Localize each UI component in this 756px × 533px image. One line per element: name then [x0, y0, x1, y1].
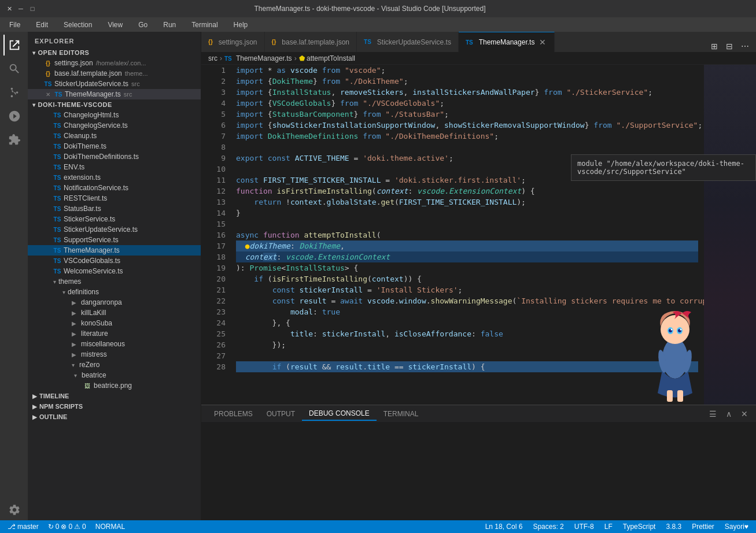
file-cleanup[interactable]: TS Cleanup.ts [28, 131, 201, 141]
title-bar: ✕ ─ □ ThemeManager.ts - doki-theme-vscod… [0, 0, 756, 17]
panel-filter-icon[interactable]: ☰ [707, 408, 719, 420]
status-encoding[interactable]: UTF-8 [573, 523, 596, 531]
open-file-settings-json[interactable]: {} settings.json /home/alex/.con... [28, 58, 201, 68]
extensions-icon[interactable] [3, 129, 24, 150]
tab-close-button[interactable]: ✕ [538, 38, 547, 47]
breadcrumb-file[interactable]: TS ThemeManager.ts [224, 54, 292, 62]
file-status-bar[interactable]: TS StatusBar.ts [28, 203, 201, 214]
ts-icon: TS [53, 195, 61, 202]
search-icon[interactable] [3, 58, 24, 79]
panel-up-icon[interactable]: ∧ [724, 408, 734, 420]
prettier-text: Prettier [692, 523, 714, 531]
file-extension[interactable]: TS extension.ts [28, 172, 201, 183]
menu-edit[interactable]: Edit [32, 20, 51, 30]
outline-section[interactable]: ▶ OUTLINE [28, 412, 201, 422]
window-controls[interactable]: ✕ ─ □ [6, 5, 36, 12]
npm-scripts-section[interactable]: ▶ NPM SCRIPTS [28, 401, 201, 412]
explorer-icon[interactable] [3, 35, 24, 55]
status-language[interactable]: TypeScript [621, 523, 658, 531]
chevron: ▶ [72, 299, 76, 306]
tab-problems[interactable]: PROBLEMS [207, 408, 260, 420]
project-label: DOKI-THEME-VSCODE [38, 101, 112, 108]
literature-folder[interactable]: ▶ literature [28, 328, 201, 339]
maximize-button[interactable]: □ [29, 5, 36, 12]
source-control-icon[interactable] [3, 82, 24, 103]
miscellaneous-folder[interactable]: ▶ miscellaneous [28, 339, 201, 349]
file-notification[interactable]: TS NotificationService.ts [28, 183, 201, 193]
tab-settings-json[interactable]: {} settings.json [201, 32, 265, 52]
breadcrumb-src[interactable]: src [208, 54, 217, 62]
status-mode[interactable]: NORMAL [94, 523, 127, 531]
status-sayori[interactable]: Sayori♥ [723, 523, 750, 531]
status-sync[interactable]: ↻ 0 ⊗ 0 ⚠ 0 [46, 523, 88, 531]
file-rest-client[interactable]: TS RESTClient.ts [28, 193, 201, 203]
file-name: extension.ts [64, 173, 101, 182]
debug-icon[interactable] [3, 106, 24, 127]
breadcrumb-symbol[interactable]: ⬟ attemptToInstall [299, 54, 355, 62]
warning-icon: ⚠ [74, 523, 80, 531]
menu-help[interactable]: Help [230, 20, 252, 30]
file-env[interactable]: TS ENV.ts [28, 162, 201, 172]
minimize-button[interactable]: ─ [17, 5, 24, 12]
file-welcome-service[interactable]: TS WelcomeService.ts [28, 266, 201, 276]
tab-theme-manager[interactable]: TS ThemeManager.ts ✕ [459, 32, 555, 52]
menu-file[interactable]: File [6, 20, 24, 30]
split-editor-icon[interactable]: ⊞ [709, 40, 720, 52]
file-doki-theme-def[interactable]: TS DokiThemeDefinitions.ts [28, 151, 201, 162]
open-file-base-laf[interactable]: {} base.laf.template.json theme... [28, 68, 201, 79]
mode-text: NORMAL [95, 523, 125, 531]
file-changelog-html[interactable]: TS ChangelogHtml.ts [28, 110, 201, 120]
reZero-folder[interactable]: ▾ reZero [28, 360, 201, 370]
menu-view[interactable]: View [104, 20, 126, 30]
open-editors-section[interactable]: ▾ OPEN EDITORS [28, 47, 201, 58]
open-file-theme-manager[interactable]: ✕ TS ThemeManager.ts src [28, 89, 201, 99]
window-title: ThemeManager.ts - doki-theme-vscode - Vi… [255, 5, 486, 13]
open-file-sticker-update[interactable]: TS StickerUpdateService.ts src [28, 79, 201, 89]
tab-base-laf[interactable]: {} base.laf.template.json [265, 32, 357, 52]
open-editors-label: OPEN EDITORS [38, 49, 90, 56]
status-line-ending[interactable]: LF [603, 523, 614, 531]
menu-selection[interactable]: Selection [60, 20, 95, 30]
settings-icon[interactable] [3, 499, 24, 520]
file-doki-theme[interactable]: TS DokiTheme.ts [28, 141, 201, 151]
status-branch[interactable]: ⎇ master [6, 523, 40, 531]
file-theme-manager[interactable]: TS ThemeManager.ts [28, 245, 201, 256]
status-prettier[interactable]: Prettier [690, 523, 716, 531]
killlaKill-folder[interactable]: ▶ killLaKill [28, 308, 201, 318]
file-support-service[interactable]: TS SupportService.ts [28, 235, 201, 245]
tab-debug-console[interactable]: DEBUG CONSOLE [302, 407, 377, 421]
mistress-folder[interactable]: ▶ mistress [28, 349, 201, 360]
beatrice-png[interactable]: 🖼 beatrice.png [28, 380, 201, 391]
timeline-section[interactable]: ▶ TIMELINE [28, 391, 201, 401]
definitions-chevron: ▾ [62, 289, 65, 295]
konoSuba-folder[interactable]: ▶ konoSuba [28, 318, 201, 328]
close-icon[interactable]: ✕ [44, 91, 52, 98]
layout-icon[interactable]: ⊟ [724, 40, 735, 52]
code-editor[interactable]: import * as vscode from "vscode"; import… [230, 65, 704, 405]
more-actions-icon[interactable]: ⋯ [739, 40, 751, 52]
menu-run[interactable]: Run [160, 20, 179, 30]
file-name: beatrice.png [94, 382, 132, 390]
beatrice-folder[interactable]: ▾ beatrice [28, 370, 201, 380]
tab-terminal[interactable]: TERMINAL [377, 408, 426, 420]
file-sticker-update-service[interactable]: TS StickerUpdateService.ts [28, 224, 201, 235]
project-section[interactable]: ▾ DOKI-THEME-VSCODE [28, 99, 201, 110]
panel-close-icon[interactable]: ✕ [739, 408, 750, 420]
outline-label: OUTLINE [39, 413, 67, 420]
danganronpa-folder[interactable]: ▶ danganronpa [28, 297, 201, 308]
file-changelog-service[interactable]: TS ChangelogService.ts [28, 120, 201, 131]
tab-sticker-update[interactable]: TS StickerUpdateService.ts [357, 32, 459, 52]
menu-go[interactable]: Go [135, 20, 151, 30]
file-vscodeglobals[interactable]: TS VSCodeGlobals.ts [28, 256, 201, 266]
menu-terminal[interactable]: Terminal [188, 20, 221, 30]
branch-icon: ⎇ [8, 523, 16, 531]
file-sticker-service[interactable]: TS StickerService.ts [28, 214, 201, 224]
close-button[interactable]: ✕ [6, 5, 13, 12]
folder-name: miscellaneous [81, 340, 125, 348]
definitions-folder[interactable]: ▾ definitions [28, 287, 201, 297]
status-spaces[interactable]: Spaces: 2 [531, 523, 565, 531]
status-version[interactable]: 3.8.3 [664, 523, 683, 531]
tab-output[interactable]: OUTPUT [260, 408, 302, 420]
status-position[interactable]: Ln 18, Col 6 [484, 523, 525, 531]
themes-folder[interactable]: ▾ themes [28, 276, 201, 287]
